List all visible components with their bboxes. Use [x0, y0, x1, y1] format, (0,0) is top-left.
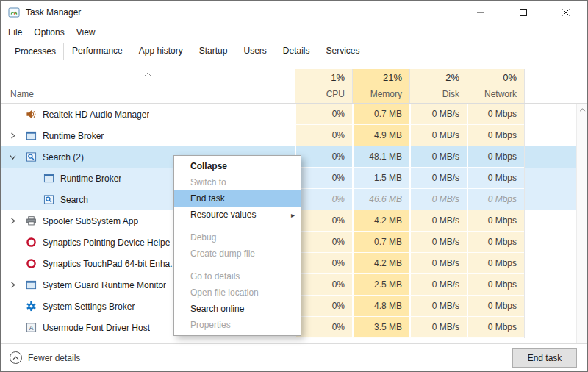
process-name: System Guard Runtime Monitor	[43, 280, 166, 290]
window-title: Task Manager	[26, 7, 81, 18]
close-button[interactable]	[545, 1, 587, 24]
disk-cell: 0 MB/s	[409, 104, 467, 125]
process-name: Search (2)	[43, 152, 84, 162]
network-cell: 0 Mbps	[467, 146, 524, 168]
context-menu-item-collapse[interactable]: Collapse	[174, 158, 301, 174]
table-header: Name 1%CPU21%Memory2%Disk0%Network	[1, 69, 587, 104]
context-menu-item-debug: Debug	[174, 229, 301, 246]
process-row[interactable]: Runtime Broker0%4.9 MB0 MB/s0 Mbps	[1, 125, 587, 146]
synaptics-icon	[26, 237, 37, 248]
tab-details[interactable]: Details	[275, 42, 318, 60]
cpu-cell: 0%	[295, 189, 352, 210]
process-name-cell: Runtime Broker	[1, 125, 295, 146]
context-menu-label: Go to details	[190, 271, 240, 282]
chevron-right-icon[interactable]	[10, 282, 26, 288]
memory-cell: 46.6 MB	[352, 189, 409, 210]
disk-cell: 0 MB/s	[409, 274, 467, 296]
context-menu-label: End task	[190, 193, 225, 204]
process-name: Synaptics Pointing Device Helpe	[43, 237, 170, 248]
process-name: Realtek HD Audio Manager	[43, 110, 149, 120]
tab-users[interactable]: Users	[235, 42, 274, 60]
disk-cell: 0 MB/s	[409, 253, 467, 274]
tab-processes[interactable]: Processes	[7, 43, 64, 60]
column-header-memory[interactable]: 21%Memory	[352, 69, 409, 103]
app-icon	[8, 7, 20, 18]
header-filler	[524, 69, 587, 103]
window-controls	[459, 1, 587, 24]
column-usage-value: 1%	[331, 72, 345, 83]
process-name: Synaptics TouchPad 64-bit Enha...	[43, 259, 177, 269]
end-task-button[interactable]: End task	[512, 348, 577, 368]
footer-bar: Fewer details End task	[1, 343, 587, 371]
chevron-right-icon[interactable]	[10, 132, 26, 139]
process-name: System Settings Broker	[43, 301, 135, 312]
title-bar[interactable]: Task Manager	[1, 1, 587, 24]
disk-cell: 0 MB/s	[409, 125, 467, 146]
column-usage-value: 21%	[383, 72, 402, 83]
chevron-down-icon[interactable]	[10, 154, 26, 160]
chevron-right-icon[interactable]	[10, 218, 26, 224]
process-name: Spooler SubSystem App	[43, 216, 138, 226]
cpu-cell: 0%	[295, 125, 352, 146]
context-menu-item-resource-values[interactable]: Resource values▸	[174, 207, 301, 223]
context-menu: CollapseSwitch toEnd taskResource values…	[173, 155, 301, 336]
memory-cell: 4.8 MB	[352, 296, 409, 317]
printer-icon	[26, 215, 37, 226]
column-header-network[interactable]: 0%Network	[467, 69, 524, 103]
memory-cell: 48.1 MB	[352, 146, 409, 168]
tab-performance[interactable]: Performance	[64, 42, 131, 60]
context-menu-label: Search online	[190, 304, 244, 314]
memory-cell: 1.5 MB	[352, 168, 409, 189]
context-menu-label: Resource values	[190, 210, 256, 220]
disk-cell: 0 MB/s	[409, 296, 467, 317]
disk-cell: 0 MB/s	[409, 210, 467, 232]
menu-item-view[interactable]: View	[71, 24, 101, 41]
tab-app-history[interactable]: App history	[131, 42, 191, 60]
memory-cell: 3.5 MB	[352, 317, 409, 338]
cpu-cell: 0%	[295, 317, 352, 338]
context-menu-item-open-file-location: Open file location	[174, 285, 301, 301]
menu-item-options[interactable]: Options	[28, 24, 70, 41]
column-header-disk[interactable]: 2%Disk	[409, 69, 467, 103]
context-menu-item-switch-to: Switch to	[174, 174, 301, 190]
menu-separator	[175, 226, 300, 226]
disk-cell: 0 MB/s	[409, 232, 467, 253]
column-header-name[interactable]: Name	[1, 69, 295, 103]
memory-cell: 4.2 MB	[352, 253, 409, 274]
column-label: Memory	[370, 89, 402, 99]
tab-bar: ProcessesPerformanceApp historyStartupUs…	[1, 41, 587, 60]
column-header-cpu[interactable]: 1%CPU	[295, 69, 352, 103]
context-menu-item-properties: Properties	[174, 317, 301, 333]
fewer-details-label: Fewer details	[28, 353, 80, 363]
column-usage-value: 2%	[445, 72, 459, 83]
scroll-up-icon[interactable]	[577, 104, 587, 116]
column-label: CPU	[326, 89, 345, 99]
context-menu-item-end-task[interactable]: End task	[174, 190, 301, 207]
cpu-cell: 0%	[295, 104, 352, 125]
network-cell: 0 Mbps	[467, 210, 524, 232]
column-label: Network	[484, 89, 517, 99]
vertical-scrollbar[interactable]	[576, 104, 587, 343]
network-cell: 0 Mbps	[467, 189, 524, 210]
disk-cell: 0 MB/s	[409, 146, 467, 168]
cpu-cell: 0%	[295, 253, 352, 274]
disk-cell: 0 MB/s	[409, 317, 467, 338]
disk-cell: 0 MB/s	[409, 189, 467, 210]
search-icon	[43, 194, 54, 205]
minimize-button[interactable]	[459, 1, 502, 24]
process-row[interactable]: Realtek HD Audio Manager0%0.7 MB0 MB/s0 …	[1, 104, 587, 125]
maximize-button[interactable]	[502, 1, 545, 24]
cpu-cell: 0%	[295, 146, 352, 168]
search-icon	[26, 151, 37, 162]
menu-separator	[175, 265, 300, 265]
context-menu-item-go-to-details: Go to details	[174, 268, 301, 285]
network-cell: 0 Mbps	[467, 125, 524, 146]
speaker-icon	[26, 109, 37, 120]
tab-startup[interactable]: Startup	[191, 42, 236, 60]
tab-services[interactable]: Services	[318, 42, 368, 60]
cpu-cell: 0%	[295, 232, 352, 253]
fewer-details-toggle[interactable]: Fewer details	[10, 351, 80, 364]
context-menu-item-search-online[interactable]: Search online	[174, 301, 301, 317]
menu-item-file[interactable]: File	[2, 24, 28, 41]
network-cell: 0 Mbps	[467, 168, 524, 189]
